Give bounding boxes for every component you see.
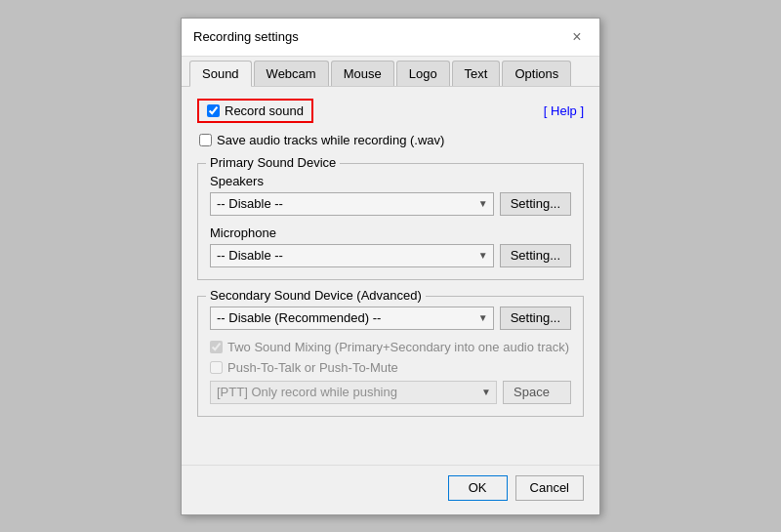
mixing-checkbox[interactable] (210, 341, 223, 353)
footer: OK Cancel (182, 465, 599, 514)
ptt-checkbox[interactable] (210, 361, 223, 374)
ptt-label: Push-To-Talk or Push-To-Mute (227, 360, 398, 375)
close-button[interactable]: × (566, 26, 588, 48)
speakers-setting-button[interactable]: Setting... (500, 192, 571, 216)
speakers-field: Speakers -- Disable -- ▼ Setting... (210, 174, 571, 216)
primary-group-label: Primary Sound Device (206, 155, 340, 170)
save-audio-checkbox[interactable] (199, 134, 212, 146)
tab-options[interactable]: Options (502, 61, 571, 86)
tab-text[interactable]: Text (452, 61, 501, 86)
microphone-field: Microphone -- Disable -- ▼ Setting... (210, 225, 571, 267)
ptt-key-box: Space (503, 381, 571, 404)
dialog-title: Recording settings (193, 29, 299, 44)
secondary-dropdown-wrapper: -- Disable (Recommended) -- ▼ (210, 307, 494, 330)
record-sound-checkbox[interactable] (207, 104, 220, 117)
ptt-option-dropdown[interactable]: [PTT] Only record while pushing (210, 381, 497, 404)
tab-webcam[interactable]: Webcam (254, 61, 329, 86)
speakers-label: Speakers (210, 174, 571, 188)
help-link[interactable]: [ Help ] (544, 103, 584, 118)
tab-logo[interactable]: Logo (396, 61, 450, 86)
cancel-button[interactable]: Cancel (515, 475, 584, 501)
mixing-label: Two Sound Mixing (Primary+Secondary into… (227, 340, 569, 354)
secondary-setting-button[interactable]: Setting... (500, 307, 571, 330)
title-bar: Recording settings × (182, 19, 599, 57)
save-audio-label: Save audio tracks while recording (.wav) (217, 133, 444, 147)
ok-button[interactable]: OK (448, 475, 508, 501)
secondary-dropdown[interactable]: -- Disable (Recommended) -- (210, 307, 494, 330)
record-sound-box: Record sound (197, 99, 313, 123)
ptt-row-check: Push-To-Talk or Push-To-Mute (210, 360, 571, 375)
microphone-dropdown-wrapper: -- Disable -- ▼ (210, 244, 494, 267)
record-sound-label: Record sound (225, 103, 304, 118)
primary-sound-group: Primary Sound Device Speakers -- Disable… (197, 163, 584, 280)
recording-settings-dialog: Recording settings × Sound Webcam Mouse … (181, 18, 600, 515)
speakers-dropdown[interactable]: -- Disable -- (210, 192, 494, 216)
microphone-inline: -- Disable -- ▼ Setting... (210, 244, 571, 267)
tab-mouse[interactable]: Mouse (331, 61, 394, 86)
ptt-dropdown-wrapper: [PTT] Only record while pushing ▼ (210, 381, 497, 404)
record-sound-row: Record sound [ Help ] (197, 99, 584, 123)
microphone-label: Microphone (210, 225, 571, 240)
microphone-dropdown[interactable]: -- Disable -- (210, 244, 494, 267)
secondary-group-label: Secondary Sound Device (Advanced) (206, 288, 426, 303)
tab-sound[interactable]: Sound (189, 61, 252, 87)
secondary-inline: -- Disable (Recommended) -- ▼ Setting... (210, 307, 571, 330)
speakers-inline: -- Disable -- ▼ Setting... (210, 192, 571, 216)
speakers-dropdown-wrapper: -- Disable -- ▼ (210, 192, 494, 216)
mixing-row: Two Sound Mixing (Primary+Secondary into… (210, 340, 571, 354)
ptt-option-row: [PTT] Only record while pushing ▼ Space (210, 381, 571, 404)
secondary-sound-group: Secondary Sound Device (Advanced) -- Dis… (197, 296, 584, 417)
tab-bar: Sound Webcam Mouse Logo Text Options (182, 57, 599, 87)
microphone-setting-button[interactable]: Setting... (500, 244, 571, 267)
save-audio-row: Save audio tracks while recording (.wav) (199, 133, 584, 147)
tab-content: Record sound [ Help ] Save audio tracks … (182, 87, 599, 465)
